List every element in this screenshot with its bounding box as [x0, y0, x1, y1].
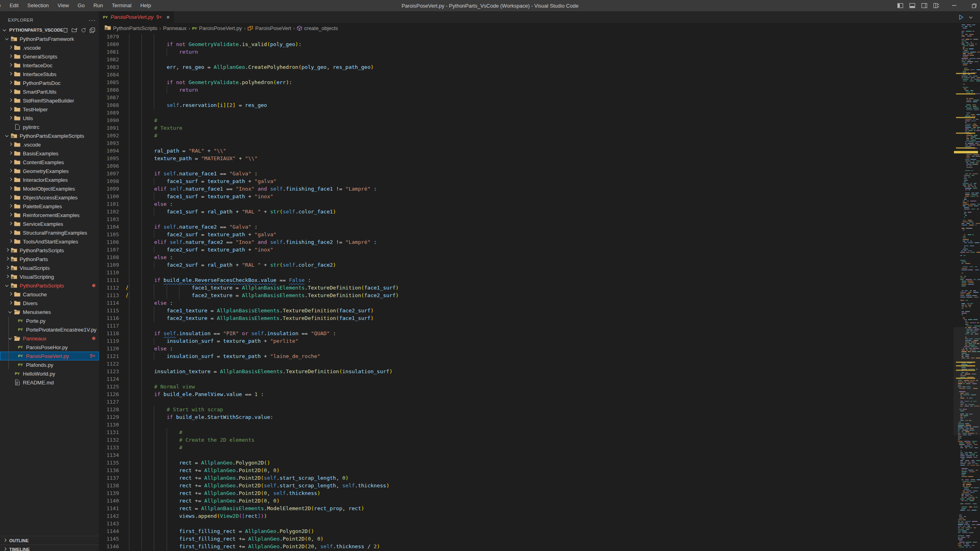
- workspace-section-header[interactable]: PYTHONPARTS_VSCODE ...: [0, 26, 99, 34]
- code-line-1094[interactable]: 1094 ral_path = "RAL" + "\\": [99, 147, 954, 155]
- customize-layout-icon[interactable]: [930, 0, 942, 11]
- tree-item-interfacedoc[interactable]: InterfaceDoc: [0, 61, 99, 70]
- code-line-1084[interactable]: 1084: [99, 71, 954, 78]
- code-line-1111[interactable]: 1111 if build_ele.ReverseFacesCheckBox.v…: [99, 276, 954, 284]
- breadcrumb-panneaux[interactable]: Panneaux: [163, 25, 187, 31]
- new-folder-icon[interactable]: [72, 28, 77, 33]
- code-line-1127[interactable]: 1127: [99, 398, 954, 406]
- restore-button[interactable]: [968, 0, 980, 11]
- tree-item-pythonpartsscripts[interactable]: PythonPartsScripts: [0, 281, 99, 290]
- tab-close-icon[interactable]: ×: [166, 14, 170, 20]
- code-line-1083[interactable]: 1083 err, res_geo = AllplanGeo.CreatePol…: [99, 63, 954, 71]
- menu-view[interactable]: View: [53, 0, 73, 11]
- code-line-1108[interactable]: 1108 else :: [99, 253, 954, 261]
- tree-item-visualscripts[interactable]: VisualScripts: [0, 263, 99, 272]
- code-line-1112[interactable]: 1112 face1_texture = AllplanBasisElement…: [99, 284, 954, 292]
- breadcrumb-paroisposevert-py[interactable]: PYParoisPoseVert.py: [192, 25, 242, 31]
- tree-item-divers[interactable]: Divers: [0, 299, 99, 308]
- code-line-1100[interactable]: 1100 face1_surf = texture_path + "inox": [99, 193, 954, 200]
- tree-item-utils[interactable]: Utils: [0, 114, 99, 123]
- code-line-1129[interactable]: 1129 if build_ele.StartWithScrap.value:: [99, 413, 954, 421]
- code-line-1142[interactable]: 1142 views.append(View2D([rect])): [99, 512, 954, 520]
- code-line-1126[interactable]: 1126 if build_ele.PanelView.value == 1 :: [99, 390, 954, 398]
- tree-item-pythonpartsexamplescripts[interactable]: PythonPartsExampleScripts: [0, 131, 99, 140]
- breadcrumb-pythonpartsscripts[interactable]: PythonPartsScripts: [105, 25, 157, 32]
- code-line-1106[interactable]: 1106 elif self.nature_face2 == "Inox" an…: [99, 238, 954, 246]
- tree-item--vscode[interactable]: .vscode: [0, 43, 99, 52]
- code-line-1086[interactable]: 1086 return: [99, 86, 954, 94]
- tree-item-readme-md[interactable]: README.md: [0, 378, 99, 387]
- run-python-file-button[interactable]: [957, 13, 966, 22]
- code-line-1116[interactable]: 1116 face2_texture = AllplanBasisElement…: [99, 314, 954, 322]
- code-line-1081[interactable]: 1081 return: [99, 48, 954, 56]
- code-line-1088[interactable]: 1088 self.reservation[i][2] = res_geo: [99, 101, 954, 109]
- code-line-1137[interactable]: 1137 rect += AllplanGeo.Point2D(self.sta…: [99, 474, 954, 482]
- tree-item-structuralframingexamples[interactable]: StructuralFramingExamples: [0, 228, 99, 237]
- tree-item-basisexamples[interactable]: BasisExamples: [0, 149, 99, 158]
- code-line-1132[interactable]: 1132 # Create the 2D elements: [99, 436, 954, 444]
- tree-item-paroisposevert-py[interactable]: PYParoisPoseVert.py9+: [0, 352, 99, 360]
- code-line-1096[interactable]: 1096: [99, 162, 954, 170]
- code-line-1110[interactable]: 1110: [99, 269, 954, 276]
- code-line-1145[interactable]: 1145 first_filling_rect += AllplanGeo.Po…: [99, 535, 954, 543]
- tree-item-pythonpartsdoc[interactable]: PythonPartsDoc: [0, 78, 99, 87]
- menu-selection[interactable]: Selection: [23, 0, 53, 11]
- code-line-1117[interactable]: 1117: [99, 322, 954, 330]
- code-line-1133[interactable]: 1133 #: [99, 444, 954, 451]
- tree-item-smartpartutils[interactable]: SmartPartUtils: [0, 87, 99, 96]
- code-editor[interactable]: 10791080 if not GeometryValidate.is_vali…: [99, 34, 954, 551]
- tree-item-pythonpartsscripts[interactable]: PythonPartsScripts: [0, 246, 99, 255]
- code-line-1080[interactable]: 1080 if not GeometryValidate.is_valid(po…: [99, 40, 954, 48]
- minimap[interactable]: [954, 23, 980, 551]
- menu-help[interactable]: Help: [136, 0, 155, 11]
- code-line-1087[interactable]: 1087: [99, 94, 954, 101]
- code-line-1119[interactable]: 1119 insulation_surf = texture_path + "p…: [99, 337, 954, 345]
- explorer-more-actions-icon[interactable]: ···: [89, 18, 96, 22]
- code-line-1114[interactable]: 1114 else :: [99, 299, 954, 307]
- code-line-1138[interactable]: 1138 rect += AllplanGeo.Point2D(self.sta…: [99, 482, 954, 489]
- tree-item-testhelper[interactable]: TestHelper: [0, 105, 99, 114]
- menu-run[interactable]: Run: [89, 0, 107, 11]
- code-line-1146[interactable]: 1146 first_filling_rect += AllplanGeo.Po…: [99, 543, 954, 550]
- code-line-1104[interactable]: 1104 if self.nature_face2 == "Galva" :: [99, 223, 954, 231]
- code-line-1123[interactable]: 1123 insulation_texture = AllplanBasisEl…: [99, 368, 954, 375]
- code-line-1095[interactable]: 1095 texture_path = "MATERIAUX" + "\\": [99, 155, 954, 162]
- tree-item-visualscripting[interactable]: VisualScripting: [0, 272, 99, 281]
- menu-go[interactable]: Go: [73, 0, 89, 11]
- code-line-1131[interactable]: 1131 #: [99, 428, 954, 436]
- minimize-button[interactable]: [948, 0, 960, 11]
- run-dropdown-chevron-icon[interactable]: [966, 13, 975, 22]
- outline-section-header[interactable]: OUTLINE: [0, 536, 99, 545]
- tree-item--vscode[interactable]: .vscode: [0, 140, 99, 149]
- code-line-1089[interactable]: 1089: [99, 109, 954, 117]
- code-line-1115[interactable]: 1115 face1_texture = AllplanBasisElement…: [99, 307, 954, 314]
- tree-item-pylintrc[interactable]: pylintrc: [0, 123, 99, 131]
- code-line-1125[interactable]: 1125 # Normal view: [99, 383, 954, 390]
- code-line-1113[interactable]: 1113 face2_texture = AllplanBasisElement…: [99, 292, 954, 299]
- code-line-1118[interactable]: 1118 if self.insulation == "PIR" or self…: [99, 330, 954, 337]
- tree-item-objectaccessexamples[interactable]: ObjectAccessExamples: [0, 193, 99, 202]
- code-line-1098[interactable]: 1098 face1_surf = texture_path + "galva": [99, 177, 954, 185]
- tree-item-reinforcementexamples[interactable]: ReinforcementExamples: [0, 211, 99, 219]
- code-line-1097[interactable]: 1097 if self.nature_face1 == "Galva" :: [99, 170, 954, 177]
- tree-item-interactorexamples[interactable]: InteractorExamples: [0, 175, 99, 184]
- code-line-1130[interactable]: 1130: [99, 421, 954, 428]
- code-line-1092[interactable]: 1092 #: [99, 132, 954, 139]
- tree-item-toolsandstartexamples[interactable]: ToolsAndStartExamples: [0, 237, 99, 246]
- code-line-1124[interactable]: 1124: [99, 375, 954, 383]
- toggle-sidebar-icon[interactable]: [894, 0, 906, 11]
- menu-terminal[interactable]: Terminal: [107, 0, 136, 11]
- tree-item-paletteexamples[interactable]: PaletteExamples: [0, 202, 99, 211]
- tree-item-modelobjectexamples[interactable]: ModelObjectExamples: [0, 184, 99, 193]
- tree-item-panneaux[interactable]: Panneaux: [0, 334, 99, 343]
- code-line-1134[interactable]: 1134: [99, 451, 954, 459]
- menu-file[interactable]: File: [0, 0, 5, 11]
- tree-item-interfacestubs[interactable]: InterfaceStubs: [0, 70, 99, 78]
- code-line-1120[interactable]: 1120 else :: [99, 345, 954, 352]
- timeline-section-header[interactable]: TIMELINE: [0, 545, 99, 551]
- code-line-1101[interactable]: 1101 else :: [99, 200, 954, 208]
- code-line-1122[interactable]: 1122: [99, 360, 954, 368]
- code-line-1135[interactable]: 1135 rect = AllplanGeo.Polygon2D(): [99, 459, 954, 467]
- code-line-1091[interactable]: 1091 # Texture: [99, 124, 954, 132]
- menu-edit[interactable]: Edit: [5, 0, 23, 11]
